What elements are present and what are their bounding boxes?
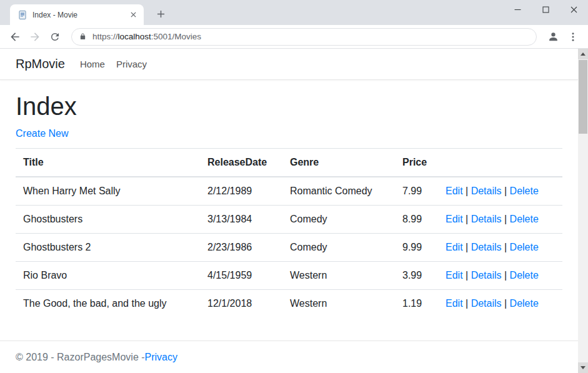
back-icon[interactable]: [5, 27, 25, 47]
header-actions: [438, 149, 562, 177]
maximize-button[interactable]: [532, 0, 560, 19]
forward-icon[interactable]: [25, 27, 45, 47]
movie-genre-cell: Comedy: [282, 234, 395, 262]
movie-genre-cell: Romantic Comedy: [282, 177, 395, 206]
movie-price-cell: 1.19: [395, 290, 438, 318]
delete-link[interactable]: Delete: [510, 186, 539, 196]
movie-release-date-cell: 2/12/1989: [200, 177, 282, 206]
page-content: RpMovie Home Privacy Index Create New Ti…: [0, 49, 578, 373]
action-separator: |: [463, 242, 471, 252]
browser-tab[interactable]: Index - Movie: [10, 4, 144, 25]
movie-actions-cell: Edit | Details | Delete: [438, 177, 562, 206]
movie-title-cell: Ghostbusters 2: [16, 234, 200, 262]
lock-icon: [79, 32, 86, 41]
movie-actions-cell: Edit | Details | Delete: [438, 290, 562, 318]
brand-link[interactable]: RpMovie: [16, 57, 65, 71]
movie-title-cell: When Harry Met Sally: [16, 177, 200, 206]
action-separator: |: [502, 298, 510, 309]
site-navbar: RpMovie Home Privacy: [0, 49, 578, 80]
scroll-down-button[interactable]: [578, 362, 588, 373]
url-host: localhost: [118, 32, 151, 41]
edit-link[interactable]: Edit: [446, 214, 463, 224]
movie-price-cell: 7.99: [395, 177, 438, 206]
action-separator: |: [463, 270, 471, 281]
details-link[interactable]: Details: [471, 214, 502, 224]
movie-title-cell: Rio Bravo: [16, 262, 200, 290]
table-header-row: Title ReleaseDate Genre Price: [16, 149, 562, 177]
action-separator: |: [502, 270, 510, 281]
url-scheme: https://: [92, 32, 118, 41]
scrollbar-thumb[interactable]: [579, 60, 587, 134]
movie-release-date-cell: 4/15/1959: [200, 262, 282, 290]
vertical-scrollbar: [578, 49, 588, 373]
movie-genre-cell: Western: [282, 262, 395, 290]
edit-link[interactable]: Edit: [446, 270, 463, 281]
refresh-icon[interactable]: [45, 27, 65, 47]
details-link[interactable]: Details: [471, 186, 502, 196]
tab-favicon-icon: [17, 10, 27, 20]
nav-link-privacy[interactable]: Privacy: [116, 59, 147, 69]
create-new-link[interactable]: Create New: [16, 128, 68, 139]
menu-kebab-icon[interactable]: [563, 27, 583, 47]
movie-genre-cell: Comedy: [282, 206, 395, 234]
delete-link[interactable]: Delete: [510, 298, 539, 309]
address-bar[interactable]: https://localhost:5001/Movies: [71, 28, 537, 46]
edit-link[interactable]: Edit: [446, 298, 463, 309]
movie-release-date-cell: 2/23/1986: [200, 234, 282, 262]
page-title: Index: [16, 92, 562, 121]
header-price: Price: [395, 149, 438, 177]
minimize-button[interactable]: [504, 0, 532, 19]
table-row: Ghostbusters 2 2/23/1986 Comedy 9.99 Edi…: [16, 234, 562, 262]
movies-table: Title ReleaseDate Genre Price When Harry…: [16, 148, 562, 317]
action-separator: |: [463, 214, 471, 224]
action-separator: |: [502, 214, 510, 224]
details-link[interactable]: Details: [471, 298, 502, 309]
profile-icon[interactable]: [543, 27, 563, 47]
tab-close-icon[interactable]: [127, 9, 139, 21]
movie-price-cell: 9.99: [395, 234, 438, 262]
details-link[interactable]: Details: [471, 242, 502, 252]
movie-title-cell: The Good, the bad, and the ugly: [16, 290, 200, 318]
delete-link[interactable]: Delete: [510, 270, 539, 281]
url-path: :5001/Movies: [151, 32, 201, 41]
movie-release-date-cell: 12/1/2018: [200, 290, 282, 318]
header-genre: Genre: [282, 149, 395, 177]
movie-release-date-cell: 3/13/1984: [200, 206, 282, 234]
movie-actions-cell: Edit | Details | Delete: [438, 262, 562, 290]
delete-link[interactable]: Delete: [510, 214, 539, 224]
footer-text: © 2019 - RazorPagesMovie -: [16, 352, 145, 363]
page-viewport: RpMovie Home Privacy Index Create New Ti…: [0, 49, 588, 373]
table-row: The Good, the bad, and the ugly 12/1/201…: [16, 290, 562, 318]
movie-price-cell: 8.99: [395, 206, 438, 234]
movies-table-body: When Harry Met Sally 2/12/1989 Romantic …: [16, 177, 562, 317]
scroll-up-button[interactable]: [578, 49, 588, 59]
movie-actions-cell: Edit | Details | Delete: [438, 206, 562, 234]
close-window-button[interactable]: [560, 0, 588, 19]
movie-title-cell: Ghostbusters: [16, 206, 200, 234]
tab-title: Index - Movie: [32, 11, 127, 19]
action-separator: |: [463, 298, 471, 309]
edit-link[interactable]: Edit: [446, 242, 463, 252]
table-row: When Harry Met Sally 2/12/1989 Romantic …: [16, 177, 562, 206]
edit-link[interactable]: Edit: [446, 186, 463, 196]
action-separator: |: [502, 242, 510, 252]
header-title: Title: [16, 149, 200, 177]
new-tab-button[interactable]: [152, 6, 169, 22]
tab-strip: Index - Movie: [0, 0, 588, 25]
table-row: Rio Bravo 4/15/1959 Western 3.99 Edit | …: [16, 262, 562, 290]
header-release-date: ReleaseDate: [200, 149, 282, 177]
table-row: Ghostbusters 3/13/1984 Comedy 8.99 Edit …: [16, 206, 562, 234]
site-footer: © 2019 - RazorPagesMovie - Privacy: [0, 341, 578, 373]
browser-window: Index - Movie: [0, 0, 588, 373]
delete-link[interactable]: Delete: [510, 242, 539, 252]
window-controls: [504, 0, 588, 19]
details-link[interactable]: Details: [471, 270, 502, 281]
movie-genre-cell: Western: [282, 290, 395, 318]
action-separator: |: [463, 186, 471, 196]
footer-privacy-link[interactable]: Privacy: [145, 352, 177, 363]
url-text: https://localhost:5001/Movies: [92, 32, 201, 41]
browser-toolbar: https://localhost:5001/Movies: [0, 25, 588, 49]
movie-price-cell: 3.99: [395, 262, 438, 290]
nav-link-home[interactable]: Home: [80, 59, 105, 69]
main-content: Index Create New Title ReleaseDate Genre…: [0, 92, 578, 317]
